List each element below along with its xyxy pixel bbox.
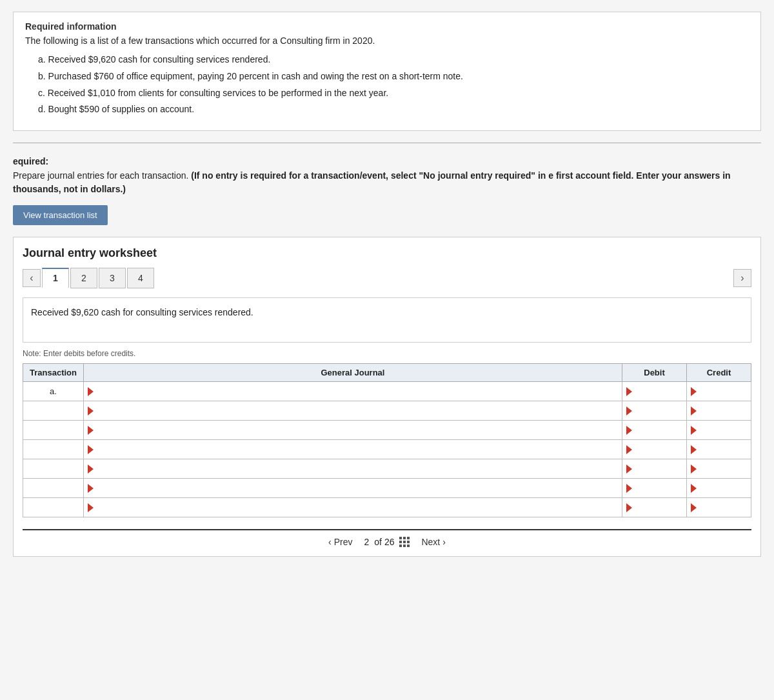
triangle-indicator-4 — [88, 445, 94, 454]
table-row — [23, 479, 751, 498]
triangle-indicator-5 — [88, 465, 94, 474]
credit-input-5[interactable] — [700, 464, 742, 474]
view-transaction-button[interactable]: View transaction list — [13, 205, 108, 225]
cell-general-4[interactable] — [83, 440, 622, 459]
journal-worksheet-title: Journal entry worksheet — [23, 246, 751, 260]
tab-prev-arrow[interactable]: ‹ — [23, 269, 41, 287]
credit-input-7[interactable] — [700, 503, 742, 512]
page-wrapper: Required information The following is a … — [0, 0, 774, 700]
table-row — [23, 421, 751, 440]
journal-worksheet-section: Journal entry worksheet ‹ 1 2 3 4 › Rece… — [13, 237, 761, 557]
tab-4[interactable]: 4 — [127, 268, 154, 288]
prev-button[interactable]: ‹ Prev — [328, 537, 352, 547]
cell-credit-a[interactable] — [687, 382, 751, 401]
cell-transaction-6 — [23, 479, 84, 498]
general-journal-input-5[interactable] — [97, 464, 548, 474]
cell-debit-a[interactable] — [622, 382, 687, 401]
header-transaction: Transaction — [23, 364, 84, 382]
next-button[interactable]: Next › — [421, 537, 445, 547]
triangle-indicator — [88, 387, 94, 396]
triangle-indicator-credit-5 — [691, 465, 697, 474]
grid-icon — [399, 537, 410, 547]
required-instruction: Prepare journal entries for each transac… — [13, 169, 761, 196]
list-item: b. Purchased $760 of office equipment, p… — [38, 69, 749, 85]
current-page: 2 — [364, 537, 370, 547]
triangle-indicator-credit-7 — [691, 503, 697, 512]
triangle-indicator-3 — [88, 426, 94, 435]
cell-general-3[interactable] — [83, 421, 622, 440]
general-journal-input-4[interactable] — [97, 445, 548, 454]
required-info-title: Required information — [25, 21, 749, 32]
cell-general-7[interactable] — [83, 498, 622, 517]
triangle-indicator-debit — [626, 387, 632, 396]
general-journal-input-2[interactable] — [97, 406, 548, 415]
cell-debit-7[interactable] — [622, 498, 687, 517]
debit-input-5[interactable] — [636, 464, 678, 474]
credit-input-6[interactable] — [700, 483, 742, 493]
general-journal-input-6[interactable] — [97, 483, 548, 493]
cell-credit-7[interactable] — [687, 498, 751, 517]
prev-label: Prev — [334, 537, 353, 547]
cell-debit-6[interactable] — [622, 479, 687, 498]
cell-general-6[interactable] — [83, 479, 622, 498]
cell-credit-6[interactable] — [687, 479, 751, 498]
triangle-indicator-debit-7 — [626, 503, 632, 512]
cell-debit-3[interactable] — [622, 421, 687, 440]
tab-next-arrow[interactable]: › — [733, 269, 751, 287]
general-journal-input-a[interactable] — [97, 386, 548, 396]
debit-input-7[interactable] — [636, 503, 678, 512]
cell-debit-2[interactable] — [622, 401, 687, 421]
transaction-description-text: Received $9,620 cash for consulting serv… — [31, 307, 253, 317]
debit-input-4[interactable] — [636, 445, 678, 454]
table-row — [23, 401, 751, 421]
triangle-indicator-credit-2 — [691, 406, 697, 415]
triangle-indicator-2 — [88, 406, 94, 415]
tab-1[interactable]: 1 — [42, 268, 69, 288]
credit-input-2[interactable] — [700, 406, 742, 415]
tab-2[interactable]: 2 — [70, 268, 97, 288]
general-journal-input-7[interactable] — [97, 503, 548, 512]
cell-transaction-a: a. — [23, 382, 84, 401]
required-section: equired: Prepare journal entries for eac… — [13, 151, 761, 557]
general-journal-input-3[interactable] — [97, 425, 548, 435]
cell-transaction-2 — [23, 401, 84, 421]
credit-input-a[interactable] — [700, 386, 742, 396]
cell-general-5[interactable] — [83, 459, 622, 479]
triangle-indicator-7 — [88, 503, 94, 512]
cell-transaction-5 — [23, 459, 84, 479]
journal-table: Transaction General Journal Debit Credit… — [23, 363, 751, 517]
table-row — [23, 440, 751, 459]
cell-debit-4[interactable] — [622, 440, 687, 459]
triangle-indicator-debit-3 — [626, 426, 632, 435]
credit-input-4[interactable] — [700, 445, 742, 454]
required-label: equired: — [13, 156, 761, 166]
cell-transaction-7 — [23, 498, 84, 517]
debit-input-6[interactable] — [636, 483, 678, 493]
debit-input-3[interactable] — [636, 425, 678, 435]
credit-input-3[interactable] — [700, 425, 742, 435]
debit-input-2[interactable] — [636, 406, 678, 415]
header-general-journal: General Journal — [83, 364, 622, 382]
next-label: Next — [421, 537, 440, 547]
cell-transaction-4 — [23, 440, 84, 459]
cell-credit-5[interactable] — [687, 459, 751, 479]
triangle-indicator-debit-2 — [626, 406, 632, 415]
cell-general-a[interactable] — [83, 382, 622, 401]
cell-credit-4[interactable] — [687, 440, 751, 459]
triangle-indicator-credit-3 — [691, 426, 697, 435]
tab-3[interactable]: 3 — [99, 268, 126, 288]
cell-credit-2[interactable] — [687, 401, 751, 421]
triangle-indicator-6 — [88, 484, 94, 493]
cell-debit-5[interactable] — [622, 459, 687, 479]
cell-general-2[interactable] — [83, 401, 622, 421]
transaction-description-box: Received $9,620 cash for consulting serv… — [23, 297, 751, 343]
section-divider — [13, 143, 761, 143]
tab-navigation: ‹ 1 2 3 4 › — [23, 268, 751, 288]
triangle-indicator-debit-4 — [626, 445, 632, 454]
table-row: a. — [23, 382, 751, 401]
debit-input-a[interactable] — [636, 386, 678, 396]
required-info-section: Required information The following is a … — [13, 12, 761, 131]
table-row — [23, 498, 751, 517]
pagination-info: 2 of 26 — [364, 537, 410, 547]
cell-credit-3[interactable] — [687, 421, 751, 440]
